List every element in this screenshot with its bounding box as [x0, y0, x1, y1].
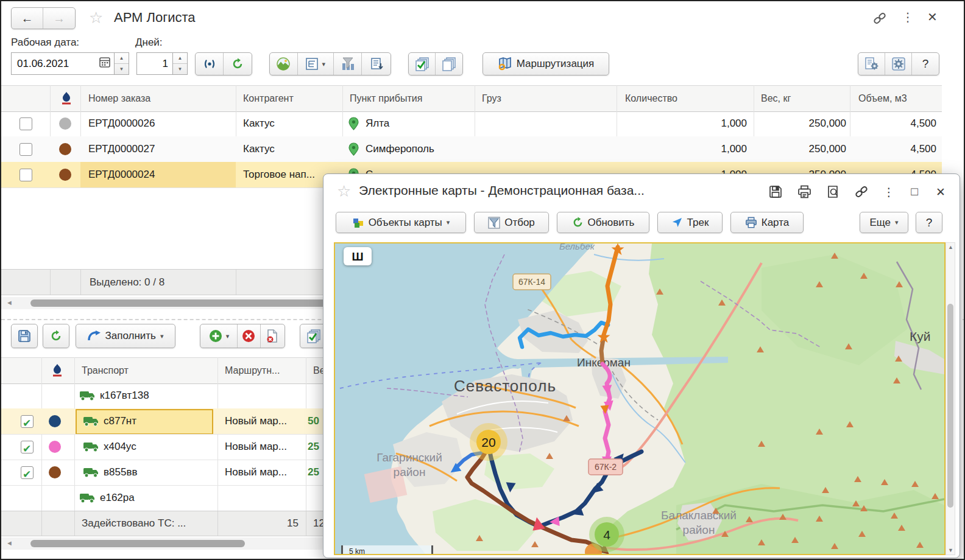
cluster-marker-green[interactable]: 4 [589, 517, 624, 552]
row-checkbox[interactable] [19, 143, 32, 156]
refresh-button[interactable] [224, 53, 252, 75]
output-list-button[interactable] [362, 53, 391, 75]
truck-icon [79, 485, 96, 511]
save-button[interactable] [11, 324, 38, 348]
map-refresh-button[interactable]: Обновить [557, 212, 649, 233]
working-date-spinner[interactable]: ▲▼ [115, 52, 129, 75]
map-scale-label: 5 km [343, 547, 365, 554]
preview-icon[interactable] [825, 184, 841, 200]
back-button[interactable]: ← [12, 8, 43, 29]
map-legend-button[interactable]: Ш [344, 247, 372, 265]
map-help-button[interactable]: ? [916, 212, 942, 233]
scrollbar-thumb[interactable] [30, 540, 245, 547]
spin-up-icon[interactable]: ▲ [115, 53, 129, 64]
settings-button[interactable] [885, 53, 912, 75]
scroll-up-icon[interactable]: ▲ [948, 244, 953, 250]
routing-button[interactable]: Маршрутизация [482, 52, 609, 75]
scroll-left-icon[interactable]: ◄ [6, 539, 13, 547]
track-icon [671, 217, 683, 228]
spin-up-icon[interactable]: ▲ [173, 53, 187, 64]
col-order-number[interactable]: Номер заказа [88, 86, 150, 111]
col-counterparty[interactable]: Контрагент [243, 86, 294, 111]
truck-icon [83, 460, 99, 485]
scroll-left-icon[interactable]: ◄ [6, 299, 13, 306]
col-arrival[interactable]: Пункт прибытия [350, 86, 422, 111]
scrollbar-thumb[interactable] [947, 304, 953, 508]
printer-icon [745, 217, 757, 228]
kebab-menu-icon[interactable]: ⋮ [902, 10, 914, 24]
favorite-star-icon[interactable]: ☆ [337, 182, 351, 201]
forward-button[interactable]: → [43, 8, 75, 29]
map-filter-button[interactable]: Отбор [474, 212, 549, 233]
maximize-icon[interactable]: □ [907, 184, 922, 200]
favorite-star-icon[interactable]: ☆ [89, 9, 103, 27]
pages-check-icon [306, 329, 321, 343]
vehicle-weight-value: 50 [308, 408, 319, 434]
map-label-kui: Куй [910, 329, 930, 343]
save-icon[interactable] [768, 184, 783, 200]
fill-button[interactable]: Заполнить ▾ [76, 324, 175, 348]
row-checkbox-checked[interactable]: ✔ [21, 466, 34, 479]
calendar-icon[interactable] [99, 57, 110, 71]
tree-list-icon [305, 57, 319, 71]
add-button[interactable]: ▾ [200, 324, 238, 348]
vehicle-route: Новый мар... [225, 408, 287, 434]
days-input[interactable]: 1 [136, 52, 173, 75]
help-button[interactable]: ? [912, 53, 939, 75]
row-checkbox-checked[interactable]: ✔ [21, 441, 34, 453]
print-icon[interactable] [796, 184, 812, 200]
map-print-button[interactable]: Карта [730, 212, 804, 233]
clear-route-button[interactable] [261, 324, 285, 348]
broadcast-icon [202, 58, 217, 70]
show-on-map-button[interactable] [270, 53, 298, 75]
order-row[interactable]: ЕРТД0000026 Кактус Ялта 1,000 250,000 4,… [1, 111, 942, 136]
col-transport[interactable]: Транспорт [82, 358, 129, 383]
tree-view-button[interactable]: ▾ [298, 53, 334, 75]
map-svg: Бельбек Севастополь Инкерман Гагаринский… [335, 243, 944, 554]
save-icon [18, 329, 31, 343]
order-row[interactable]: ЕРТД0000027 Кактус Симферополь 1,000 250… [1, 136, 942, 162]
document-gear-icon [864, 57, 879, 71]
auto-refresh-group [195, 52, 252, 75]
cluster-marker-yellow[interactable]: 20 [470, 423, 507, 461]
select-all-pages-button[interactable] [409, 53, 436, 75]
road-badge-1-label: 67К-14 [518, 277, 545, 287]
filter-settings-button[interactable] [334, 53, 362, 75]
order-color-marker [59, 143, 71, 155]
refresh-list-button[interactable] [43, 324, 69, 348]
working-date-input[interactable]: 01.06.2021 [11, 52, 115, 75]
col-weight[interactable]: Вес, кг [761, 86, 791, 111]
delete-button[interactable] [238, 324, 260, 348]
map-canvas[interactable]: Бельбек Севастополь Инкерман Гагаринский… [334, 242, 946, 555]
spin-down-icon[interactable]: ▼ [173, 64, 187, 74]
form-settings-button[interactable] [858, 53, 885, 75]
close-window-icon[interactable]: ✕ [927, 10, 938, 24]
vehicle-route: Новый мар... [225, 460, 287, 485]
map-label-sevastopol: Севастополь [454, 377, 556, 395]
row-checkbox-checked[interactable]: ✔ [21, 415, 34, 428]
more-button[interactable]: Еще ▾ [860, 212, 908, 233]
row-checkbox[interactable] [19, 169, 32, 181]
col-volume[interactable]: Объем, м3 [858, 86, 907, 111]
filter-building-icon [341, 57, 355, 71]
copy-pages-button[interactable] [436, 53, 462, 75]
row-checkbox[interactable] [19, 117, 32, 130]
scroll-down-icon[interactable]: ▼ [948, 547, 953, 553]
map-objects-button[interactable]: Объекты карты ▾ [336, 212, 466, 233]
auto-update-button[interactable] [196, 53, 224, 75]
map-track-button[interactable]: Трек [657, 212, 723, 233]
get-link-icon[interactable] [854, 184, 869, 200]
get-link-icon[interactable] [872, 11, 887, 28]
close-window-icon[interactable]: ✕ [933, 184, 949, 200]
vehicle-color-marker [49, 415, 61, 427]
days-spinner[interactable]: ▲▼ [173, 52, 188, 75]
spin-down-icon[interactable]: ▼ [115, 64, 129, 74]
col-cargo[interactable]: Груз [482, 86, 501, 111]
order-arrival: Симферополь [366, 136, 434, 162]
kebab-menu-icon[interactable]: ⋮ [881, 184, 897, 200]
order-color-marker [59, 169, 71, 181]
map-vscrollbar[interactable]: ▲ ▼ [946, 242, 955, 555]
col-quantity[interactable]: Количество [625, 86, 677, 111]
col-route[interactable]: Маршрутн... [225, 358, 280, 383]
order-number: ЕРТД0000026 [88, 111, 155, 136]
